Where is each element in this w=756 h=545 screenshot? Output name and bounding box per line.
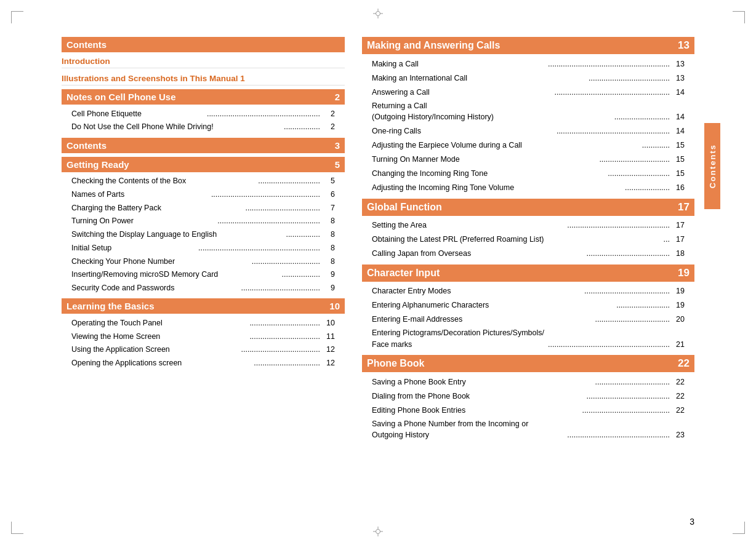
character-input-page: 19 xyxy=(678,267,690,279)
learning-basics-header: Learning the Basics 10 xyxy=(62,298,345,314)
notes-header: Notes on Cell Phone Use 2 xyxy=(62,89,345,105)
right-column: Making and Answering Calls 13 Making a C… xyxy=(362,37,694,508)
toc-international-call: Making an International Call ...........… xyxy=(362,71,694,85)
global-function-header: Global Function 17 xyxy=(362,199,694,216)
toc-returning-call: Returning a Call (Outgoing History/Incom… xyxy=(362,99,694,124)
getting-ready-section: Getting Ready 5 Checking the Contents of… xyxy=(62,157,345,295)
corner-mark-tr xyxy=(733,11,745,23)
toc-microsd: Inserting/Removing microSD Memory Card .… xyxy=(62,268,345,282)
toc-one-ring: One-ring Calls .........................… xyxy=(362,124,694,138)
toc-making-call: Making a Call ..........................… xyxy=(362,57,694,71)
phone-book-section: Phone Book 22 Saving a Phone Book Entry … xyxy=(362,355,694,442)
getting-ready-header: Getting Ready 5 xyxy=(62,157,345,172)
toc-manner-mode: Turning On Manner Mode .................… xyxy=(362,153,694,167)
toc-initial-setup: Initial Setup ..........................… xyxy=(62,241,345,255)
notes-section: Notes on Cell Phone Use 2 Cell Phone Eti… xyxy=(62,89,345,134)
toc-turning-on: Turning On Power .......................… xyxy=(62,215,345,228)
making-calls-label: Making and Answering Calls xyxy=(367,40,500,51)
learning-basics-page: 10 xyxy=(329,301,340,311)
toc-japan-overseas: Calling Japan from Overseas ............… xyxy=(362,247,694,261)
introduction-header: Introduction xyxy=(62,55,345,68)
getting-ready-page: 5 xyxy=(335,159,340,170)
phone-book-page: 22 xyxy=(678,357,690,370)
illustrations-header: Illustrations and Screenshots in This Ma… xyxy=(62,72,345,86)
phone-book-label: Phone Book xyxy=(367,358,424,369)
toc-ring-tone: Changing the Incoming Ring Tone ........… xyxy=(362,167,694,181)
toc-setting-area: Setting the Area .......................… xyxy=(362,218,694,233)
toc-saving-from-history: Saving a Phone Number from the Incoming … xyxy=(362,417,694,442)
toc-switching-display: Switching the Display Language to Englis… xyxy=(62,228,345,242)
toc-earpiece-volume: Adjusting the Earpiece Volume during a C… xyxy=(362,138,694,153)
toc-saving-entry: Saving a Phone Book Entry ..............… xyxy=(362,375,694,389)
toc-alphanumeric: Entering Alphanumeric Characters .......… xyxy=(362,298,694,312)
side-tab-label: Contents xyxy=(708,144,717,188)
making-calls-section: Making and Answering Calls 13 Making a C… xyxy=(362,37,694,195)
toc-security: Security Code and Passwords ............… xyxy=(62,282,345,295)
toc-opening-apps: Opening the Applications screen ........… xyxy=(62,357,345,370)
toc-answering-call: Answering a Call .......................… xyxy=(362,85,694,99)
toc-charging: Charging the Battery Pack ..............… xyxy=(62,201,345,215)
getting-ready-label: Getting Ready xyxy=(66,159,129,170)
side-tab: Contents xyxy=(704,123,720,209)
corner-mark-bl xyxy=(11,522,23,534)
contents-header: Contents 3 xyxy=(62,138,345,153)
toc-checking-box: Checking the Contents of the Box .......… xyxy=(62,175,345,188)
making-calls-page: 13 xyxy=(678,39,690,52)
learning-basics-section: Learning the Basics 10 Operating the Tou… xyxy=(62,298,345,370)
toc-item-driving-text: Do Not Use the Cell Phone While Driving! xyxy=(71,121,284,133)
crosshair-top xyxy=(373,9,383,18)
phone-book-header: Phone Book 22 xyxy=(362,355,694,372)
toc-pictograms: Entering Pictograms/Decoration Pictures/… xyxy=(362,327,694,352)
learning-basics-label: Learning the Basics xyxy=(66,301,155,311)
contents-label: Contents xyxy=(66,140,107,151)
toc-item-etiquette: Cell Phone Etiquette ...................… xyxy=(62,107,345,121)
toc-item-driving-page: 2 xyxy=(320,121,335,133)
corner-mark-tl xyxy=(11,11,23,23)
contents-section: Contents 3 xyxy=(62,138,345,153)
corner-mark-br xyxy=(733,522,745,534)
toc-item-driving: Do Not Use the Cell Phone While Driving!… xyxy=(62,121,345,134)
character-input-label: Character Input xyxy=(367,268,440,279)
page-content: Contents Introduction Illustrations and … xyxy=(62,37,694,508)
toc-dialing-from-book: Dialing from the Phone Book ............… xyxy=(362,389,694,403)
making-calls-header: Making and Answering Calls 13 xyxy=(362,37,694,54)
global-function-section: Global Function 17 Setting the Area ....… xyxy=(362,199,694,261)
contents-page: 3 xyxy=(335,140,340,151)
toc-entry-modes: Character Entry Modes ..................… xyxy=(362,284,694,298)
crosshair-bottom xyxy=(373,527,383,536)
illustrations-section: Illustrations and Screenshots in This Ma… xyxy=(62,72,345,86)
toc-email-addresses: Entering E-mail Addresses ..............… xyxy=(362,312,694,327)
toc-ring-tone-volume: Adjusting the Incoming Ring Tone Volume … xyxy=(362,181,694,195)
toc-checking-number: Checking Your Phone Number .............… xyxy=(62,255,345,268)
toc-prl: Obtaining the Latest PRL (Preferred Roam… xyxy=(362,233,694,247)
global-function-label: Global Function xyxy=(367,202,442,213)
notes-page: 2 xyxy=(335,92,340,102)
main-contents-header: Contents xyxy=(62,37,345,52)
left-column: Contents Introduction Illustrations and … xyxy=(62,37,345,508)
toc-item-etiquette-text: Cell Phone Etiquette xyxy=(71,108,207,120)
character-input-header: Character Input 19 xyxy=(362,265,694,282)
intro-section: Introduction xyxy=(62,55,345,68)
global-function-page: 17 xyxy=(678,201,690,213)
toc-home-screen: Viewing the Home Screen ................… xyxy=(62,330,345,343)
toc-touch-panel: Operating the Touch Panel ..............… xyxy=(62,316,345,330)
page-number: 3 xyxy=(690,517,694,527)
character-input-section: Character Input 19 Character Entry Modes… xyxy=(362,265,694,352)
toc-names-parts: Names of Parts .........................… xyxy=(62,188,345,201)
notes-label: Notes on Cell Phone Use xyxy=(66,92,176,102)
toc-item-etiquette-page: 2 xyxy=(320,108,335,120)
toc-app-screen: Using the Application Screen ...........… xyxy=(62,343,345,357)
toc-editing-entries: Editing Phone Book Entries .............… xyxy=(362,403,694,417)
